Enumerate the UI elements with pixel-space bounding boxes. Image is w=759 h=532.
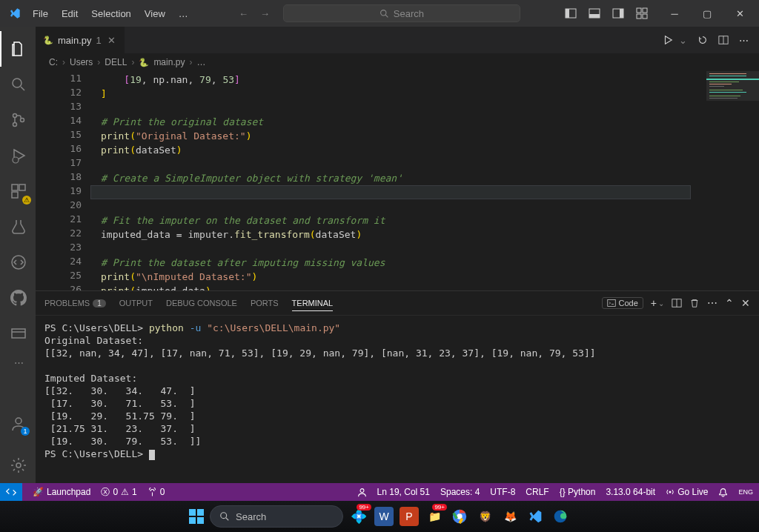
editor-more-icon[interactable]: ⋯ xyxy=(736,32,752,49)
taskbar-search[interactable]: Search xyxy=(210,505,343,528)
split-terminal-icon[interactable] xyxy=(672,298,682,308)
layout-panel-icon[interactable] xyxy=(584,4,605,22)
code-line[interactable]: # Print the original dataset xyxy=(101,115,759,129)
new-terminal-dropdown-icon[interactable]: ⌄ xyxy=(658,299,664,307)
activity-github-icon[interactable] xyxy=(0,280,36,316)
breadcrumb[interactable]: C:› Users› DELL› 🐍 main.py› … xyxy=(36,53,759,71)
notifications-icon[interactable] xyxy=(718,488,728,497)
nav-back-icon[interactable]: ← xyxy=(234,5,253,22)
taskbar-powerpoint-icon[interactable]: P xyxy=(400,507,419,526)
customize-layout-icon[interactable] xyxy=(632,4,652,22)
activity-run-debug-icon[interactable] xyxy=(0,138,36,173)
lang-indicator[interactable]: ENG xyxy=(738,489,753,496)
menu-view[interactable]: View xyxy=(139,5,171,22)
window-close-button[interactable]: ✕ xyxy=(723,0,756,27)
activity-explorer-icon[interactable] xyxy=(0,31,36,67)
code-line[interactable] xyxy=(101,101,759,115)
problems-status[interactable]: ⓧ 0 ⚠ 1 xyxy=(101,486,136,499)
menu-selection[interactable]: Selection xyxy=(85,5,136,22)
activity-source-control-icon[interactable] xyxy=(0,102,36,138)
panel-tab-problems[interactable]: PROBLEMS1 xyxy=(44,296,106,310)
indentation-status[interactable]: Spaces: 4 xyxy=(440,487,480,497)
taskbar-vscode-icon[interactable] xyxy=(526,507,545,526)
taskbar-edge-icon[interactable] xyxy=(551,507,570,526)
command-center-search[interactable]: Search xyxy=(283,4,520,22)
launchpad-button[interactable]: 🚀 Launchpad xyxy=(33,487,90,497)
kill-terminal-icon[interactable] xyxy=(689,298,700,308)
code-line[interactable]: print("\nImputed Dataset:") xyxy=(101,270,759,284)
eol-status[interactable]: CRLF xyxy=(526,487,548,497)
run-dropdown-icon[interactable]: ⌄ xyxy=(676,32,690,49)
activity-testing-icon[interactable] xyxy=(0,209,36,245)
breadcrumb-seg[interactable]: DELL xyxy=(105,57,127,67)
ports-status[interactable]: 0 xyxy=(148,487,165,497)
code-line[interactable]: [19, np.nan, 79, 53] xyxy=(101,73,759,87)
code-line[interactable]: print("Original Dataset:") xyxy=(101,129,759,143)
account-status-icon[interactable] xyxy=(357,488,367,497)
editor[interactable]: 1112131415161718192021222324252627 [19, … xyxy=(36,71,759,290)
start-button[interactable] xyxy=(189,509,204,524)
maximize-panel-icon[interactable]: ⌃ xyxy=(725,297,734,309)
panel-tab-terminal[interactable]: TERMINAL xyxy=(292,296,334,311)
minimap[interactable] xyxy=(706,71,759,290)
activity-remote-icon[interactable] xyxy=(0,245,36,280)
activity-search-icon[interactable] xyxy=(0,67,36,102)
problems-count-badge: 1 xyxy=(93,299,106,307)
tab-main-py[interactable]: 🐍 main.py 1 ✕ xyxy=(36,27,125,53)
go-live-button[interactable]: Go Live xyxy=(666,487,708,497)
panel-more-icon[interactable]: ⋯ xyxy=(707,297,717,309)
terminal-line: [21.75 31. 23. 37. ] xyxy=(44,422,750,435)
breadcrumb-seg[interactable]: Users xyxy=(70,57,93,67)
python-interpreter[interactable]: 3.13.0 64-bit xyxy=(606,487,655,497)
panel-tab-ports[interactable]: PORTS xyxy=(251,296,279,310)
run-play-icon[interactable] xyxy=(660,32,676,49)
code-line[interactable]: # Print the dataset after imputing missi… xyxy=(101,256,759,270)
code-line[interactable]: imputed_data = imputer.fit_transform(dat… xyxy=(101,227,759,242)
activity-accounts-icon[interactable]: 1 xyxy=(0,406,36,442)
taskbar-chrome-icon[interactable] xyxy=(450,507,469,526)
code-line[interactable]: # Create a SimpleImputer object with str… xyxy=(101,171,759,185)
layout-sidebar-right-icon[interactable] xyxy=(608,4,629,22)
layout-sidebar-left-icon[interactable] xyxy=(560,4,581,22)
code-line[interactable]: print(imputed_data) xyxy=(101,284,759,290)
breadcrumb-seg[interactable]: C: xyxy=(49,57,58,67)
new-terminal-icon[interactable]: + xyxy=(651,297,657,309)
nav-forward-icon[interactable]: → xyxy=(256,5,274,22)
remote-indicator[interactable] xyxy=(0,483,22,501)
activity-settings-icon[interactable] xyxy=(0,448,36,483)
taskbar-brave-icon[interactable]: 🦁 xyxy=(475,507,494,526)
code-line[interactable] xyxy=(101,157,759,171)
terminal-launch-profile[interactable]: Code xyxy=(602,297,643,309)
tab-close-button[interactable]: ✕ xyxy=(106,35,117,46)
code-line[interactable]: print(dataSet) xyxy=(101,143,759,157)
panel-tab-output[interactable]: OUTPUT xyxy=(119,296,153,310)
code-line[interactable] xyxy=(101,242,759,256)
activity-more-icon[interactable]: ⋯ xyxy=(0,351,36,373)
code-line[interactable]: ] xyxy=(101,87,759,101)
panel-tab-debug-console[interactable]: DEBUG CONSOLE xyxy=(166,296,237,310)
menu-edit[interactable]: Edit xyxy=(56,5,84,22)
svg-line-1 xyxy=(385,15,388,17)
encoding-status[interactable]: UTF-8 xyxy=(490,487,515,497)
language-mode[interactable]: {} Python xyxy=(560,487,596,497)
activity-live-share-icon[interactable] xyxy=(0,316,36,351)
code-line[interactable]: # Fit the imputer on the dataset and tra… xyxy=(101,213,759,227)
window-maximize-button[interactable]: ▢ xyxy=(691,0,723,27)
menu-file[interactable]: File xyxy=(27,5,54,22)
breadcrumb-seg[interactable]: main.py xyxy=(153,57,185,67)
taskbar-word-icon[interactable]: W xyxy=(374,507,394,526)
menu-more[interactable]: … xyxy=(173,5,194,22)
breadcrumb-seg[interactable]: … xyxy=(196,57,205,67)
code-line[interactable] xyxy=(101,199,759,213)
split-editor-icon[interactable] xyxy=(715,32,732,49)
activity-extensions-icon[interactable]: ⚠ xyxy=(0,173,36,209)
window-minimize-button[interactable]: ─ xyxy=(658,0,691,27)
svg-point-24 xyxy=(16,463,21,468)
taskbar-firefox-icon[interactable]: 🦊 xyxy=(500,507,520,526)
close-panel-icon[interactable]: ✕ xyxy=(741,297,750,309)
taskbar-copilot-icon[interactable]: 💠99+ xyxy=(349,507,368,526)
cursor-position[interactable]: Ln 19, Col 51 xyxy=(377,487,430,497)
terminal-output[interactable]: PS C:\Users\DELL> python -u "c:\Users\DE… xyxy=(36,316,759,483)
editor-history-icon[interactable] xyxy=(695,32,711,49)
taskbar-explorer-icon[interactable]: 📁99+ xyxy=(425,507,444,526)
